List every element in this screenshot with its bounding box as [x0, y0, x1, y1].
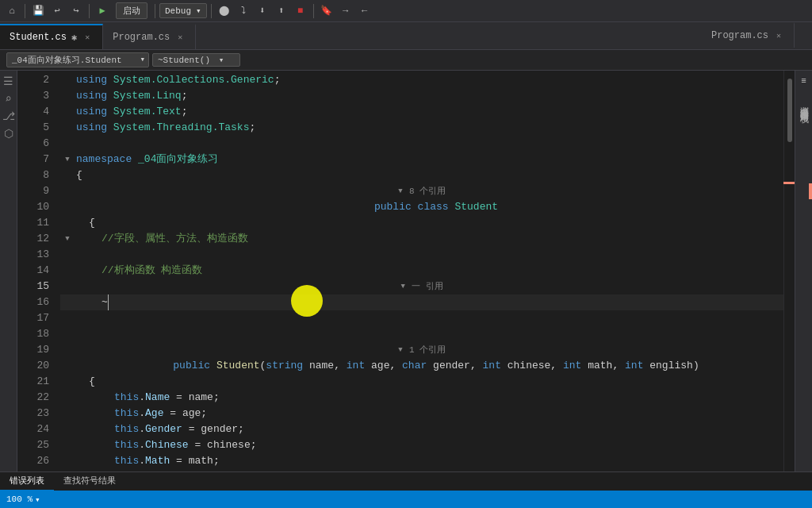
zoom-value: 100 %: [6, 495, 33, 504]
separator-2: [89, 4, 90, 18]
kw-using-2: using: [76, 72, 107, 88]
errors-tab-label: 错误列表: [10, 475, 44, 487]
sidebar-search-icon[interactable]: ⌕: [2, 91, 16, 106]
line-num-3: 3: [17, 88, 49, 104]
debug-chevron: ▾: [196, 6, 201, 16]
play-icon[interactable]: ▶: [94, 2, 111, 20]
sidebar-explorer-icon[interactable]: ☰: [2, 74, 16, 88]
nav-back-icon[interactable]: ←: [356, 2, 373, 20]
line-num-24: 24: [17, 421, 49, 437]
step-in-icon[interactable]: ⬇: [254, 2, 271, 20]
line-num-20: 20: [17, 358, 49, 374]
right-panel-icon-1[interactable]: ≡: [797, 74, 811, 88]
tab-student-cs-close[interactable]: ✕: [82, 32, 93, 43]
line-num-14: 14: [17, 263, 49, 279]
code-line-4: using System.Text;: [60, 104, 783, 120]
nav-forward-icon[interactable]: →: [337, 2, 354, 20]
breadcrumb-dropdown[interactable]: _04面向对象练习.Student ▾: [6, 52, 149, 67]
line-num-19: 19: [17, 342, 49, 358]
code-line-21: this.Age = age;: [60, 406, 783, 421]
line-num-25: 25: [17, 437, 49, 453]
secondary-tab-label: Program.cs: [711, 30, 768, 41]
ref-hint-9: 8 个引用: [409, 183, 446, 199]
code-line-10: {: [60, 215, 783, 231]
code-line-16: [60, 310, 783, 326]
separator-4: [211, 4, 212, 18]
line-num-2: 2: [17, 72, 49, 88]
breadcrumb-text: _04面向对象练习.Student: [12, 56, 122, 65]
line-num-9: 9: [17, 183, 49, 199]
collapse-9[interactable]: ▼: [398, 183, 402, 199]
line-num-12: 12: [17, 231, 49, 247]
method-dropdown[interactable]: ~Student() ▾: [152, 53, 240, 67]
ref-hint-18: 1 个引用: [409, 342, 446, 358]
step-over-icon[interactable]: ⤵: [235, 2, 252, 20]
code-line-19: {: [60, 374, 783, 390]
collapse-7[interactable]: ▼: [65, 152, 69, 167]
debug-dropdown[interactable]: Debug ▾: [159, 3, 207, 18]
editor-container: ☰ ⌕ ⎇ ⬡ 2 3 4 5 6 7 8 9 10 11 12 13 14 1…: [0, 71, 812, 471]
zoom-chevron: ▾: [35, 495, 40, 505]
line-num-13: 13: [17, 247, 49, 263]
line-num-4: 4: [17, 104, 49, 120]
code-line-15: ~​: [60, 294, 783, 310]
code-content[interactable]: using System.Collections.Generic; using …: [57, 71, 783, 471]
collapse-14[interactable]: ▼: [400, 279, 404, 294]
scrollbar-thumb[interactable]: [787, 79, 792, 142]
tab-program-cs-label: Program.cs: [113, 32, 170, 43]
code-line-9: ▼ 8 个引用 public class Student: [60, 183, 783, 215]
line-num-22: 22: [17, 390, 49, 406]
line-numbers: 2 3 4 5 6 7 8 9 10 11 12 13 14 15 16 17 …: [17, 71, 57, 471]
undo-icon[interactable]: ↩: [48, 2, 66, 20]
find-results-tab[interactable]: 查找符号结果: [54, 472, 125, 491]
cursor-pos: ​: [108, 294, 109, 310]
redo-icon[interactable]: ↪: [67, 2, 85, 20]
code-area[interactable]: 2 3 4 5 6 7 8 9 10 11 12 13 14 15 16 17 …: [17, 71, 795, 471]
code-line-13: //析构函数 构造函数: [60, 263, 783, 279]
gutter-14: ▼: [396, 279, 412, 294]
breadcrumb-chevron: ▾: [140, 54, 145, 64]
top-toolbar: ⌂ 💾 ↩ ↪ ▶ 启动 Debug ▾ ⬤ ⤵ ⬇ ⬆ ■ 🔖 → ←: [0, 0, 812, 22]
bookmark-icon[interactable]: 🔖: [318, 2, 335, 20]
vertical-scrollbar[interactable]: [783, 71, 795, 471]
sidebar-git-icon[interactable]: ⎇: [2, 109, 16, 123]
left-sidebar: ☰ ⌕ ⎇ ⬡: [0, 71, 17, 471]
gutter-11: ▼: [60, 231, 76, 247]
start-button[interactable]: 启动: [116, 2, 147, 19]
code-line-18-hint: ▼ 1 个引用 public Student(string name, int …: [60, 342, 783, 374]
code-line-20: this.Name = name;: [60, 390, 783, 406]
save-icon[interactable]: 💾: [29, 2, 47, 20]
code-line-12: [60, 247, 783, 263]
scrollbar-marker: [783, 182, 795, 184]
stop-icon[interactable]: ■: [292, 2, 309, 20]
line-num-23: 23: [17, 406, 49, 421]
secondary-tab-close[interactable]: ✕: [773, 30, 784, 41]
tab-program-cs-close[interactable]: ✕: [174, 32, 186, 43]
code-line-25: this.English = english;: [60, 469, 783, 471]
breakpoint-icon[interactable]: ⬤: [216, 2, 233, 20]
home-icon[interactable]: ⌂: [3, 2, 21, 20]
line-num-11: 11: [17, 215, 49, 231]
line-num-27: 27: [17, 469, 49, 471]
code-line-3: using System.Linq;: [60, 88, 783, 104]
right-panel-vertical-text[interactable]: 浏览对象漫游器调用堆栈: [798, 99, 810, 108]
ns-2: System.Collections.Generic: [113, 72, 274, 88]
gutter-7: ▼: [60, 152, 76, 167]
errors-tab[interactable]: 错误列表: [0, 472, 54, 491]
collapse-11[interactable]: ▼: [65, 231, 69, 247]
separator-1: [25, 4, 25, 18]
tab-student-cs[interactable]: Student.cs ✱ ✕: [0, 24, 103, 49]
ref-hint-14: 一 引用: [412, 279, 443, 294]
gutter-18h: ▼: [393, 342, 409, 358]
secondary-tab-program-cs[interactable]: Program.cs ✕: [702, 22, 795, 48]
status-bar: 100 % ▾: [0, 491, 812, 508]
method-chevron: ▾: [219, 56, 224, 65]
line-num-21: 21: [17, 374, 49, 390]
step-out-icon[interactable]: ⬆: [273, 2, 290, 20]
right-panel: ≡ 浏览对象漫游器调用堆栈: [795, 71, 812, 471]
code-line-2: using System.Collections.Generic;: [60, 72, 783, 88]
zoom-item[interactable]: 100 % ▾: [6, 495, 40, 505]
tab-program-cs[interactable]: Program.cs ✕: [103, 24, 196, 49]
collapse-18h[interactable]: ▼: [398, 342, 402, 358]
sidebar-debug-icon2[interactable]: ⬡: [2, 126, 16, 140]
